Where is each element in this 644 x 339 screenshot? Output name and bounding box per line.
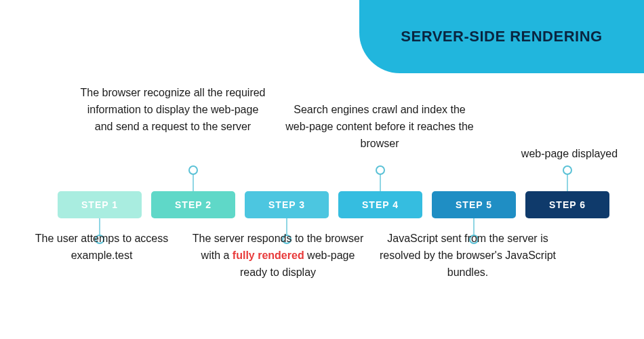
step-3: STEP 3 [245, 191, 329, 218]
step-2: STEP 2 [151, 191, 235, 218]
step-5: STEP 5 [432, 191, 516, 218]
step-3-label: STEP 3 [268, 199, 305, 210]
step-1-label: STEP 1 [81, 199, 118, 210]
timeline: STEP 1 STEP 2 STEP 3 STEP 4 STEP 5 STEP … [58, 191, 609, 218]
annotation-step-4: Search engines crawl and index the web-p… [285, 102, 475, 152]
step-4-label: STEP 4 [362, 199, 399, 210]
step-1: STEP 1 [58, 191, 142, 218]
step-6: STEP 6 [525, 191, 609, 218]
step-5-label: STEP 5 [456, 199, 492, 210]
step-4: STEP 4 [338, 191, 422, 218]
annotation-step-3: The server responds to the browser with … [186, 231, 369, 281]
step-2-label: STEP 2 [175, 199, 212, 210]
annotation-step-6: web-page displayed [488, 146, 644, 163]
annotation-step-1: The user attemps to access example.test [34, 231, 169, 264]
connector-icon [380, 170, 381, 191]
step-6-label: STEP 6 [549, 199, 586, 210]
page-title: SERVER-SIDE RENDERING [401, 28, 602, 45]
annotation-step-5: JavaScript sent from the server is resol… [376, 231, 559, 281]
header-tab: SERVER-SIDE RENDERING [359, 0, 644, 73]
annotation-step-3-highlight: fully rendered [233, 250, 304, 261]
connector-icon [193, 170, 194, 191]
connector-icon [567, 170, 568, 191]
annotation-step-2: The browser recognize all the required i… [78, 85, 268, 135]
